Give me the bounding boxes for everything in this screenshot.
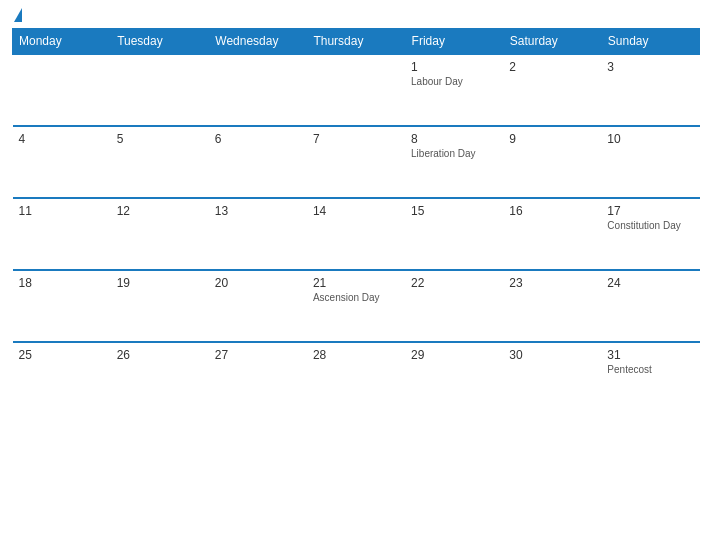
week-row-2: 11121314151617Constitution Day (13, 198, 700, 270)
day-cell: 8Liberation Day (405, 126, 503, 198)
day-cell: 24 (601, 270, 699, 342)
logo-triangle-icon (14, 8, 22, 22)
day-number: 30 (509, 348, 595, 362)
week-row-1: 45678Liberation Day910 (13, 126, 700, 198)
day-cell (111, 54, 209, 126)
day-cell: 31Pentecost (601, 342, 699, 414)
day-cell: 22 (405, 270, 503, 342)
day-cell (209, 54, 307, 126)
week-row-4: 25262728293031Pentecost (13, 342, 700, 414)
day-number: 11 (19, 204, 105, 218)
day-number: 3 (607, 60, 693, 74)
weekday-header-sunday: Sunday (601, 29, 699, 55)
header (12, 10, 700, 22)
day-cell: 2 (503, 54, 601, 126)
day-number: 21 (313, 276, 399, 290)
day-number: 17 (607, 204, 693, 218)
day-cell: 17Constitution Day (601, 198, 699, 270)
day-number: 23 (509, 276, 595, 290)
day-cell: 18 (13, 270, 111, 342)
day-number: 14 (313, 204, 399, 218)
day-number: 12 (117, 204, 203, 218)
weekday-header-monday: Monday (13, 29, 111, 55)
day-cell: 7 (307, 126, 405, 198)
weekday-header-wednesday: Wednesday (209, 29, 307, 55)
day-cell: 21Ascension Day (307, 270, 405, 342)
day-number: 6 (215, 132, 301, 146)
day-cell: 11 (13, 198, 111, 270)
weekday-header-thursday: Thursday (307, 29, 405, 55)
day-cell: 14 (307, 198, 405, 270)
day-number: 18 (19, 276, 105, 290)
day-number: 7 (313, 132, 399, 146)
day-cell: 4 (13, 126, 111, 198)
week-row-3: 18192021Ascension Day222324 (13, 270, 700, 342)
day-cell: 9 (503, 126, 601, 198)
day-cell: 19 (111, 270, 209, 342)
day-number: 10 (607, 132, 693, 146)
day-number: 9 (509, 132, 595, 146)
day-event-label: Liberation Day (411, 148, 497, 159)
day-cell: 23 (503, 270, 601, 342)
day-number: 1 (411, 60, 497, 74)
day-number: 15 (411, 204, 497, 218)
day-number: 8 (411, 132, 497, 146)
day-number: 22 (411, 276, 497, 290)
day-cell: 28 (307, 342, 405, 414)
day-cell (307, 54, 405, 126)
day-number: 29 (411, 348, 497, 362)
day-cell: 25 (13, 342, 111, 414)
day-event-label: Labour Day (411, 76, 497, 87)
day-cell: 10 (601, 126, 699, 198)
day-number: 27 (215, 348, 301, 362)
day-cell: 6 (209, 126, 307, 198)
day-cell: 27 (209, 342, 307, 414)
day-cell: 26 (111, 342, 209, 414)
day-cell: 16 (503, 198, 601, 270)
day-number: 4 (19, 132, 105, 146)
day-cell: 12 (111, 198, 209, 270)
day-number: 5 (117, 132, 203, 146)
day-number: 25 (19, 348, 105, 362)
day-event-label: Ascension Day (313, 292, 399, 303)
weekday-header-row: MondayTuesdayWednesdayThursdayFridaySatu… (13, 29, 700, 55)
day-cell: 15 (405, 198, 503, 270)
day-number: 13 (215, 204, 301, 218)
day-cell: 29 (405, 342, 503, 414)
weekday-header-tuesday: Tuesday (111, 29, 209, 55)
day-number: 31 (607, 348, 693, 362)
calendar-page: MondayTuesdayWednesdayThursdayFridaySatu… (0, 0, 712, 550)
weekday-header-saturday: Saturday (503, 29, 601, 55)
day-cell: 30 (503, 342, 601, 414)
logo (12, 10, 22, 22)
day-event-label: Pentecost (607, 364, 693, 375)
day-cell: 13 (209, 198, 307, 270)
week-row-0: 1Labour Day23 (13, 54, 700, 126)
day-number: 28 (313, 348, 399, 362)
day-number: 20 (215, 276, 301, 290)
day-cell: 20 (209, 270, 307, 342)
day-cell: 5 (111, 126, 209, 198)
day-number: 24 (607, 276, 693, 290)
day-number: 16 (509, 204, 595, 218)
day-number: 26 (117, 348, 203, 362)
calendar-table: MondayTuesdayWednesdayThursdayFridaySatu… (12, 28, 700, 414)
day-number: 19 (117, 276, 203, 290)
weekday-header-friday: Friday (405, 29, 503, 55)
day-cell: 1Labour Day (405, 54, 503, 126)
day-number: 2 (509, 60, 595, 74)
day-cell (13, 54, 111, 126)
day-event-label: Constitution Day (607, 220, 693, 231)
day-cell: 3 (601, 54, 699, 126)
